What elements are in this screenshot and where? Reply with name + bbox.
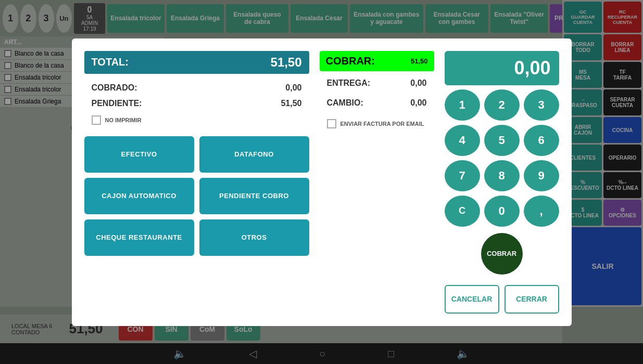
np-5[interactable]: 5 xyxy=(484,125,520,156)
total-label: TOTAL: xyxy=(92,56,129,68)
cheque-restaurante-btn[interactable]: CHEQUE RESTAURANTE xyxy=(84,219,194,256)
no-imprimir-checkbox[interactable] xyxy=(92,115,101,125)
cobrado-row: COBRADO: 0,00 xyxy=(84,80,309,96)
enviar-factura-row: ENVIAR FACTURA POR EMAIL xyxy=(320,115,434,133)
cobrar-action-area: COBRAR xyxy=(445,233,559,275)
total-row: TOTAL: 51,50 xyxy=(84,51,309,74)
cambio-row: CAMBIO: 0,00 xyxy=(320,95,434,111)
cobrar-small-amount: 51,50 xyxy=(411,57,428,65)
numpad-display: 0,00 xyxy=(445,51,559,85)
otros-btn[interactable]: OTROS xyxy=(199,219,309,256)
no-imprimir-label: NO IMPRIMIR xyxy=(105,117,142,123)
cobrar-label: COBRAR: xyxy=(326,55,375,67)
datafono-btn[interactable]: DATAFONO xyxy=(199,136,309,173)
pendiente-value: 51,50 xyxy=(281,99,301,108)
entrega-label: ENTREGA: xyxy=(327,79,371,88)
cobrado-label: COBRADO: xyxy=(92,83,137,93)
total-amount: 51,50 xyxy=(270,55,301,70)
modal-numpad: 0,00 1 2 3 4 5 6 7 8 9 C 0 , COBRAR CANC… xyxy=(445,51,559,314)
cambio-label: CAMBIO: xyxy=(327,98,363,108)
pendiente-row: PENDIENTE: 51,50 xyxy=(84,96,309,111)
np-8[interactable]: 8 xyxy=(484,160,520,191)
cobrar-modal: TOTAL: 51,50 COBRADO: 0,00 PENDIENTE: 51… xyxy=(72,38,572,326)
pendiente-label: PENDIENTE: xyxy=(92,99,142,108)
np-4[interactable]: 4 xyxy=(445,125,480,156)
np-7[interactable]: 7 xyxy=(445,160,480,191)
np-c[interactable]: C xyxy=(445,196,480,227)
entrega-row: ENTREGA: 0,00 xyxy=(320,75,434,91)
numpad-grid: 1 2 3 4 5 6 7 8 9 C 0 , xyxy=(445,89,559,227)
modal-overlay: TOTAL: 51,50 COBRADO: 0,00 PENDIENTE: 51… xyxy=(0,0,643,364)
enviar-factura-checkbox[interactable] xyxy=(327,119,336,128)
cambio-value: 0,00 xyxy=(410,98,426,108)
modal-middle: COBRAR: 51,50 ENTREGA: 0,00 CAMBIO: 0,00… xyxy=(320,51,434,314)
cerrar-btn[interactable]: CERRAR xyxy=(505,285,559,314)
np-9[interactable]: 9 xyxy=(524,160,559,191)
np-6[interactable]: 6 xyxy=(524,125,559,156)
np-0[interactable]: 0 xyxy=(484,196,520,227)
pendiente-cobro-btn[interactable]: PENDIENTE COBRO xyxy=(199,178,309,214)
cancelar-btn[interactable]: CANCELAR xyxy=(445,285,499,314)
cajon-automatico-btn[interactable]: CAJON AUTOMATICO xyxy=(84,178,194,214)
np-3[interactable]: 3 xyxy=(524,89,559,121)
payment-grid: EFECTIVO DATAFONO CAJON AUTOMATICO PENDI… xyxy=(84,136,309,256)
modal-left: TOTAL: 51,50 COBRADO: 0,00 PENDIENTE: 51… xyxy=(84,51,309,314)
cobrar-header: COBRAR: 51,50 xyxy=(320,51,434,71)
no-imprimir-row: NO IMPRIMIR xyxy=(84,111,309,129)
cobrar-action-btn[interactable]: COBRAR xyxy=(481,233,523,275)
np-2[interactable]: 2 xyxy=(484,89,520,121)
np-1[interactable]: 1 xyxy=(445,89,480,121)
cobrado-value: 0,00 xyxy=(285,83,301,93)
efectivo-btn[interactable]: EFECTIVO xyxy=(84,136,194,173)
modal-action-btns: CANCELAR CERRAR xyxy=(445,285,559,314)
enviar-factura-label: ENVIAR FACTURA POR EMAIL xyxy=(341,121,424,127)
np-comma[interactable]: , xyxy=(524,196,559,227)
entrega-value: 0,00 xyxy=(410,79,426,88)
